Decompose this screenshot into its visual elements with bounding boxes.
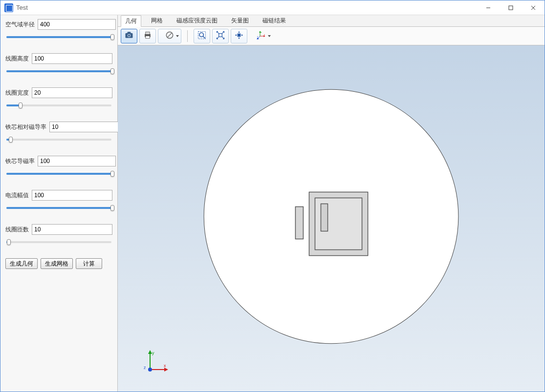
generate-geometry-button[interactable]: 生成几何 [5, 258, 38, 269]
tab-label: 磁感应强度云图 [176, 17, 218, 25]
forbidden-icon [165, 30, 174, 41]
svg-rect-10 [146, 36, 150, 39]
param-core-perm: 铁芯导磁率 [5, 156, 112, 178]
param-input-coil-height[interactable] [32, 53, 112, 64]
svg-point-36 [148, 368, 152, 371]
svg-marker-33 [148, 350, 152, 354]
viewport-toolbar: y x z [118, 27, 545, 45]
svg-rect-16 [219, 34, 222, 37]
tabs-bar: 几何 网格 磁感应强度云图 矢量图 磁链结果 [118, 15, 545, 27]
screenshot-button[interactable] [121, 29, 137, 43]
compute-button[interactable]: 计算 [76, 258, 102, 269]
svg-text:x: x [264, 33, 265, 36]
svg-text:z: z [257, 35, 258, 38]
main-area: 几何 网格 磁感应强度云图 矢量图 磁链结果 [118, 15, 545, 392]
tab-geometry[interactable]: 几何 [121, 15, 141, 27]
svg-line-15 [203, 37, 205, 39]
param-slider-core-perm[interactable] [5, 169, 112, 178]
titlebar: Test [0, 0, 545, 15]
param-label: 线圈匝数 [5, 226, 29, 234]
param-slider-air-radius[interactable] [5, 33, 112, 41]
axis-view-dropdown[interactable]: y x z [249, 29, 273, 43]
param-input-core-rel-perm[interactable] [49, 122, 128, 132]
svg-point-6 [128, 35, 130, 36]
tab-label: 网格 [151, 17, 163, 25]
svg-rect-17 [238, 34, 241, 37]
param-input-core-perm[interactable] [38, 156, 116, 166]
reset-view-button[interactable] [231, 29, 247, 43]
svg-line-12 [167, 33, 172, 38]
param-slider-core-rel-perm[interactable] [5, 135, 112, 144]
geometry-scene [118, 45, 545, 392]
hide-dropdown[interactable] [158, 29, 181, 43]
param-label: 铁芯相对磁导率 [5, 123, 46, 131]
tab-label: 矢量图 [231, 17, 249, 25]
window-title: Test [16, 4, 28, 11]
action-buttons: 生成几何 生成网格 计算 [5, 258, 112, 269]
generate-mesh-button[interactable]: 生成网格 [41, 258, 73, 269]
axis-y-label: y [152, 351, 154, 355]
tab-mesh[interactable]: 网格 [147, 15, 167, 26]
viewport-3d[interactable]: y x z [118, 45, 545, 392]
param-slider-coil-turns[interactable] [5, 238, 112, 247]
param-input-coil-turns[interactable] [32, 224, 112, 235]
tab-fluxdensity[interactable]: 磁感应强度云图 [173, 15, 221, 26]
tab-label: 几何 [125, 17, 137, 25]
param-label: 空气域半径 [5, 21, 35, 29]
parameters-panel: 空气域半径 线圈高度 线圈宽度 [0, 15, 118, 392]
zoom-box-button[interactable] [194, 29, 210, 43]
toolbar-separator [187, 30, 188, 42]
camera-icon [124, 30, 134, 41]
axis-x-label: x [164, 363, 166, 368]
chevron-down-icon [268, 35, 271, 37]
fit-extents-button[interactable] [212, 29, 229, 43]
param-input-coil-width[interactable] [32, 87, 112, 98]
param-current-amp: 电流幅值 [5, 190, 112, 212]
fit-extents-icon [216, 30, 225, 41]
param-label: 线圈宽度 [5, 89, 29, 97]
axis-triad: y x z [140, 348, 170, 377]
print-icon [143, 30, 153, 41]
tab-label: 磁链结果 [262, 17, 286, 25]
param-label: 线圈高度 [5, 55, 29, 63]
svg-rect-9 [146, 32, 150, 34]
param-label: 铁芯导磁率 [5, 157, 35, 165]
param-coil-turns: 线圈匝数 [5, 224, 112, 247]
minimize-button[interactable] [477, 0, 500, 15]
close-button[interactable] [522, 0, 545, 15]
param-core-rel-perm: 铁芯相对磁导率 [5, 122, 112, 144]
chevron-down-icon [176, 35, 179, 37]
svg-rect-1 [509, 6, 513, 10]
param-slider-current-amp[interactable] [5, 204, 112, 212]
tab-vector[interactable]: 矢量图 [227, 15, 253, 26]
svg-rect-30 [321, 204, 327, 231]
app-window: Test 空气域半径 线圈高度 [0, 0, 545, 392]
svg-rect-31 [295, 206, 303, 239]
svg-marker-35 [164, 368, 168, 371]
param-coil-height: 线圈高度 [5, 53, 112, 76]
zoom-box-icon [197, 30, 207, 41]
maximize-button[interactable] [500, 0, 522, 15]
param-coil-width: 线圈宽度 [5, 87, 112, 110]
axis-z-label: z [144, 365, 146, 370]
param-label: 电流幅值 [5, 191, 29, 200]
svg-text:y: y [261, 31, 262, 33]
print-button[interactable] [139, 29, 156, 43]
param-input-current-amp[interactable] [32, 190, 112, 201]
app-icon [4, 3, 13, 12]
svg-rect-7 [128, 32, 131, 33]
param-slider-coil-width[interactable] [5, 101, 112, 110]
svg-point-14 [199, 33, 203, 37]
param-input-air-radius[interactable] [38, 19, 116, 30]
axis-icon: y x z [256, 30, 266, 41]
param-slider-coil-height[interactable] [5, 67, 112, 76]
tab-fluxlinkage[interactable]: 磁链结果 [259, 15, 290, 26]
param-air-radius: 空气域半径 [5, 19, 112, 41]
reset-view-icon [234, 30, 244, 41]
